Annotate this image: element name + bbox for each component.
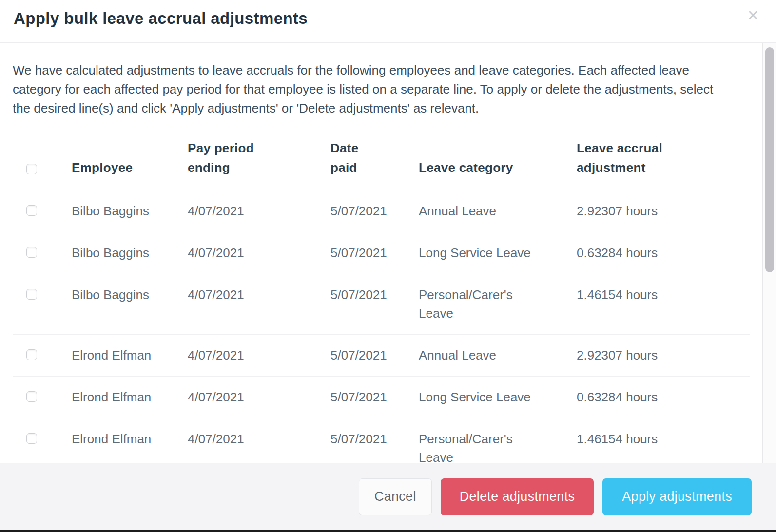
cell-adjustment: 1.46154 hours <box>577 287 658 302</box>
cell-pay-period-ending: 4/07/2021 <box>188 432 244 446</box>
table-body: Bilbo Baggins 4/07/2021 5/07/2021 Annual… <box>13 190 750 463</box>
cell-pay-period-ending: 4/07/2021 <box>188 287 244 302</box>
cell-leave-category: Annual Leave <box>419 346 496 364</box>
cell-pay-period-ending: 4/07/2021 <box>188 348 244 362</box>
modal-body: We have calculated adjustments to leave … <box>0 43 762 463</box>
table-row[interactable]: Bilbo Baggins 4/07/2021 5/07/2021 Person… <box>13 274 750 335</box>
row-checkbox[interactable] <box>26 205 37 216</box>
row-checkbox[interactable] <box>26 433 37 444</box>
modal-footer: Cancel Delete adjustments Apply adjustme… <box>0 463 776 530</box>
cell-pay-period-ending: 4/07/2021 <box>188 246 244 260</box>
cell-employee: Bilbo Baggins <box>72 287 149 302</box>
cancel-button[interactable]: Cancel <box>359 478 432 515</box>
row-checkbox[interactable] <box>26 391 37 402</box>
cell-adjustment: 0.63284 hours <box>577 246 658 260</box>
cell-date-paid: 5/07/2021 <box>330 390 387 404</box>
cell-adjustment: 0.63284 hours <box>577 390 658 404</box>
cell-adjustment: 1.46154 hours <box>577 432 658 446</box>
modal-description: We have calculated adjustments to leave … <box>13 61 733 118</box>
cell-date-paid: 5/07/2021 <box>330 204 387 218</box>
row-checkbox[interactable] <box>26 349 37 360</box>
table-row[interactable]: Bilbo Baggins 4/07/2021 5/07/2021 Long S… <box>13 232 750 274</box>
cell-employee: Bilbo Baggins <box>72 204 149 218</box>
select-all-checkbox[interactable] <box>26 164 37 174</box>
modal-title: Apply bulk leave accrual adjustments <box>14 9 308 28</box>
column-header-leave-category: Leave category <box>419 158 513 177</box>
page-behind-modal-edge <box>0 530 776 532</box>
column-header-date-paid: Date paid <box>330 138 373 177</box>
column-header-pay-period-ending: Pay period ending <box>188 138 263 177</box>
cell-employee: Elrond Elfman <box>72 390 151 404</box>
cell-adjustment: 2.92307 hours <box>577 348 658 362</box>
cell-leave-category: Long Service Leave <box>419 244 531 262</box>
table-row[interactable]: Elrond Elfman 4/07/2021 5/07/2021 Long S… <box>13 377 750 418</box>
cell-leave-category: Personal/Carer's Leave <box>419 430 542 463</box>
cell-adjustment: 2.92307 hours <box>577 204 658 218</box>
vertical-scrollbar-track[interactable] <box>762 43 776 463</box>
modal-header: Apply bulk leave accrual adjustments × <box>0 0 776 43</box>
cell-pay-period-ending: 4/07/2021 <box>188 204 244 218</box>
adjustments-table: Employee Pay period ending Date paid Lea… <box>13 135 750 463</box>
close-icon[interactable]: × <box>748 6 758 24</box>
bulk-leave-adjustments-modal: Apply bulk leave accrual adjustments × W… <box>0 0 776 532</box>
cell-date-paid: 5/07/2021 <box>330 287 387 302</box>
row-checkbox[interactable] <box>26 289 37 300</box>
delete-adjustments-button[interactable]: Delete adjustments <box>441 478 594 515</box>
table-row[interactable]: Bilbo Baggins 4/07/2021 5/07/2021 Annual… <box>13 190 750 232</box>
table-row[interactable]: Elrond Elfman 4/07/2021 5/07/2021 Person… <box>13 418 750 463</box>
cell-date-paid: 5/07/2021 <box>330 348 387 362</box>
cell-leave-category: Personal/Carer's Leave <box>419 285 542 323</box>
cell-date-paid: 5/07/2021 <box>330 246 387 260</box>
apply-adjustments-button[interactable]: Apply adjustments <box>602 478 752 515</box>
table-row[interactable]: Elrond Elfman 4/07/2021 5/07/2021 Annual… <box>13 335 750 377</box>
cell-employee: Elrond Elfman <box>72 348 151 362</box>
table-header: Employee Pay period ending Date paid Lea… <box>13 135 750 190</box>
cell-date-paid: 5/07/2021 <box>330 432 387 446</box>
row-checkbox[interactable] <box>26 247 37 258</box>
cell-pay-period-ending: 4/07/2021 <box>188 390 244 404</box>
cell-leave-category: Annual Leave <box>419 202 496 220</box>
cell-employee: Elrond Elfman <box>72 432 151 446</box>
column-header-employee: Employee <box>72 158 133 177</box>
cell-leave-category: Long Service Leave <box>419 388 531 406</box>
column-header-leave-accrual-adjustment: Leave accrual adjustment <box>577 138 683 177</box>
vertical-scrollbar-thumb[interactable] <box>765 47 774 272</box>
cell-employee: Bilbo Baggins <box>72 246 149 260</box>
